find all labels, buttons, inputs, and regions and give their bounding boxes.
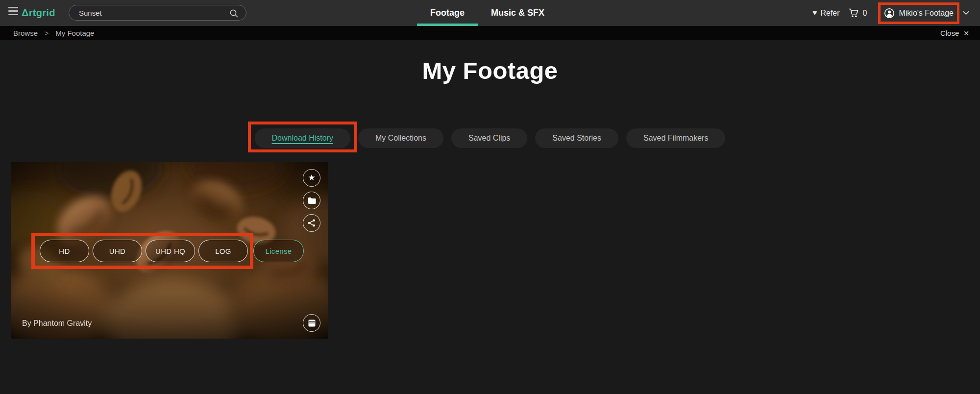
footage-card[interactable]: ★ HD UHD UHD HQ LOG License — [11, 162, 328, 339]
cart-icon — [849, 8, 859, 18]
user-icon — [884, 8, 895, 19]
primary-nav: Footage Music & SFX — [417, 0, 544, 26]
close-button[interactable]: Close ✕ — [940, 29, 969, 37]
close-label: Close — [940, 29, 959, 37]
refer-button[interactable]: ♥ Refer — [812, 9, 840, 18]
download-options: HD UHD UHD HQ LOG License — [40, 240, 304, 262]
share-icon — [308, 219, 316, 227]
menu-icon[interactable] — [8, 7, 18, 15]
share-button[interactable] — [303, 214, 320, 232]
search-input[interactable] — [69, 5, 246, 20]
star-icon: ★ — [308, 173, 315, 182]
tab-music-sfx[interactable]: Music & SFX — [491, 0, 544, 26]
breadcrumb-item-browse[interactable]: Browse — [13, 29, 38, 37]
section-tabs: Download History My Collections Saved Cl… — [0, 128, 980, 148]
main-content: My Footage Download History My Collectio… — [0, 57, 980, 339]
breadcrumb-item-my-footage[interactable]: My Footage — [55, 29, 94, 37]
tab-download-history[interactable]: Download History — [255, 128, 350, 148]
tab-footage-label: Footage — [430, 8, 465, 18]
download-hd-button[interactable]: HD — [40, 240, 89, 262]
heart-icon: ♥ — [812, 9, 817, 17]
card-action-icons: ★ — [303, 169, 320, 232]
breadcrumb-separator: > — [45, 29, 49, 37]
download-log-button[interactable]: LOG — [198, 240, 248, 262]
folder-icon — [308, 197, 316, 204]
tab-music-sfx-label: Music & SFX — [491, 8, 544, 18]
tab-saved-clips[interactable]: Saved Clips — [451, 128, 527, 148]
logo[interactable]: Δrtgrid — [22, 7, 55, 19]
close-icon: ✕ — [963, 29, 969, 37]
similar-clips-button[interactable] — [303, 314, 320, 332]
top-navbar: Δrtgrid Footage Music & SFX ♥ Refer 0 — [0, 0, 980, 26]
clip-author[interactable]: By Phantom Gravity — [22, 319, 92, 328]
user-menu[interactable]: Mikio's Footage — [882, 8, 955, 19]
page-title: My Footage — [0, 57, 980, 84]
license-button[interactable]: License — [253, 240, 304, 262]
cart-button[interactable]: 0 — [849, 8, 867, 18]
download-uhd-button[interactable]: UHD — [93, 240, 142, 262]
refer-label: Refer — [820, 9, 839, 18]
tab-saved-filmmakers[interactable]: Saved Filmmakers — [626, 128, 725, 148]
active-tab-indicator — [417, 24, 478, 26]
cart-count: 0 — [863, 9, 867, 18]
user-label: Mikio's Footage — [899, 9, 954, 18]
chevron-down-icon[interactable] — [963, 11, 969, 15]
clips-icon — [308, 319, 316, 327]
favorite-button[interactable]: ★ — [303, 169, 320, 187]
tab-saved-stories[interactable]: Saved Stories — [535, 128, 618, 148]
breadcrumb-bar: Browse > My Footage Close ✕ — [0, 26, 980, 40]
add-to-collection-button[interactable] — [303, 192, 320, 209]
navbar-right: ♥ Refer 0 Mikio's Footage — [812, 0, 969, 26]
tab-my-collections[interactable]: My Collections — [358, 128, 443, 148]
download-uhd-hq-button[interactable]: UHD HQ — [146, 240, 195, 262]
search-icon[interactable] — [229, 9, 239, 18]
tab-footage[interactable]: Footage — [417, 0, 478, 26]
search-bar — [69, 5, 246, 21]
